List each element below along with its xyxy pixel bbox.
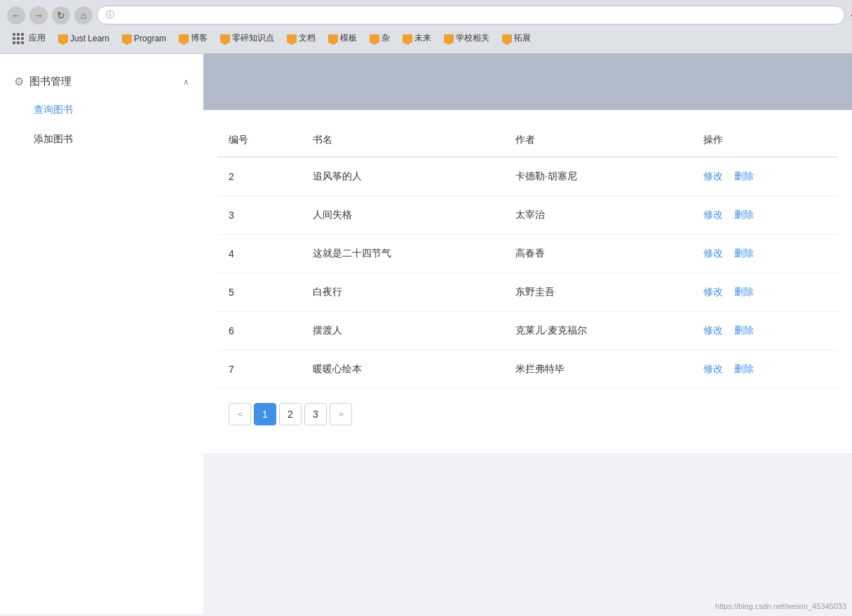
page-layout: ⚙ 图书管理 ∧ 查询图书 添加图书 编号 书名 作者 xyxy=(0,54,852,614)
forward-button[interactable]: → xyxy=(29,6,48,25)
folder-icon xyxy=(370,34,379,43)
pagination-prev-button[interactable]: ＜ xyxy=(229,403,251,425)
cell-author: 卡德勒·胡塞尼 xyxy=(504,157,692,196)
cell-id: 3 xyxy=(217,196,302,235)
chevron-up-icon[interactable]: ∧ xyxy=(183,77,189,87)
edit-button[interactable]: 修改 xyxy=(703,247,723,259)
edit-button[interactable]: 修改 xyxy=(703,209,723,220)
sidebar-title-left: ⚙ 图书管理 xyxy=(14,75,72,88)
pagination-page-2-button[interactable]: 2 xyxy=(279,403,302,425)
table-row: 7 暖暖心绘本 米拦弗特毕 修改 删除 xyxy=(217,350,838,389)
delete-button[interactable]: 删除 xyxy=(734,209,754,220)
delete-button[interactable]: 删除 xyxy=(734,286,754,297)
back-button[interactable]: ← xyxy=(7,6,25,25)
sidebar-section-label: 图书管理 xyxy=(29,75,72,88)
folder-icon xyxy=(444,34,454,43)
table-row: 2 追风筝的人 卡德勒·胡塞尼 修改 删除 xyxy=(217,157,838,196)
edit-button[interactable]: 修改 xyxy=(703,170,723,182)
bookmark-docs-label: 文档 xyxy=(299,32,316,44)
bookmark-apps-label: 应用 xyxy=(29,32,46,44)
sidebar-section-title: ⚙ 图书管理 ∧ xyxy=(0,68,203,95)
bookmark-expand[interactable]: 拓展 xyxy=(496,30,536,46)
cell-actions: 修改 删除 xyxy=(692,312,838,350)
folder-icon xyxy=(287,34,297,43)
cell-title: 摆渡人 xyxy=(302,312,503,350)
bookmark-blog[interactable]: 博客 xyxy=(173,30,213,46)
col-header-id: 编号 xyxy=(217,124,302,157)
pagination-page-3-button[interactable]: 3 xyxy=(304,403,327,425)
table-row: 6 摆渡人 克莱儿·麦克福尔 修改 删除 xyxy=(217,312,838,350)
edit-button[interactable]: 修改 xyxy=(703,324,723,336)
cell-title: 这就是二十四节气 xyxy=(302,235,503,273)
delete-button[interactable]: 删除 xyxy=(734,324,754,336)
cell-author: 东野圭吾 xyxy=(504,273,692,312)
table-row: 3 人间失格 太宰治 修改 删除 xyxy=(217,196,838,235)
delete-button[interactable]: 删除 xyxy=(734,247,754,259)
cell-author: 米拦弗特毕 xyxy=(504,350,692,389)
bookmark-program-label: Program xyxy=(134,34,166,43)
gear-icon: ⚙ xyxy=(14,75,24,88)
table-body: 2 追风筝的人 卡德勒·胡塞尼 修改 删除 3 人间失格 太宰治 修改 删除 4… xyxy=(217,157,838,389)
bookmark-just-learn[interactable]: Just Learn xyxy=(53,32,115,46)
cell-author: 高春香 xyxy=(504,235,692,273)
table-header: 编号 书名 作者 操作 xyxy=(217,124,838,157)
col-header-title: 书名 xyxy=(302,124,503,157)
bookmark-future[interactable]: 未来 xyxy=(397,30,437,46)
url-input[interactable]: localhost:8080/bookManage xyxy=(119,10,836,21)
bookmark-misc[interactable]: 杂 xyxy=(364,30,395,46)
bookmark-template-label: 模板 xyxy=(340,32,357,44)
delete-button[interactable]: 删除 xyxy=(734,363,754,374)
security-icon: ⓘ xyxy=(106,9,114,21)
cell-actions: 修改 删除 xyxy=(692,235,838,273)
edit-button[interactable]: 修改 xyxy=(703,363,723,374)
sidebar-item-query-label: 查询图书 xyxy=(34,104,73,115)
home-button[interactable]: ⌂ xyxy=(74,6,93,25)
table-header-row: 编号 书名 作者 操作 xyxy=(217,124,838,157)
bookmark-snippets[interactable]: 零碎知识点 xyxy=(215,30,280,46)
cell-actions: 修改 删除 xyxy=(692,350,838,389)
bookmark-snippets-label: 零碎知识点 xyxy=(232,32,274,44)
pagination-page-1-button[interactable]: 1 xyxy=(254,403,276,425)
bookmark-school[interactable]: 学校相关 xyxy=(438,30,495,46)
cell-author: 太宰治 xyxy=(504,196,692,235)
pagination-next-button[interactable]: ＞ xyxy=(330,403,352,425)
apps-grid-icon xyxy=(13,33,24,44)
edit-button[interactable]: 修改 xyxy=(703,286,723,297)
cell-author: 克莱儿·麦克福尔 xyxy=(504,312,692,350)
pagination: ＜ 1 2 3 ＞ xyxy=(217,389,838,439)
sidebar-item-add-label: 添加图书 xyxy=(34,133,73,144)
cell-id: 2 xyxy=(217,157,302,196)
table-row: 5 白夜行 东野圭吾 修改 删除 xyxy=(217,273,838,312)
folder-icon xyxy=(179,34,189,43)
folder-icon xyxy=(502,34,512,43)
watermark: https://blog.csdn.net/weixin_45345033 xyxy=(715,602,846,610)
bookmark-apps[interactable]: 应用 xyxy=(7,30,51,46)
cell-title: 暖暖心绘本 xyxy=(302,350,503,389)
cell-title: 追风筝的人 xyxy=(302,157,503,196)
bookmark-template[interactable]: 模板 xyxy=(323,30,363,46)
col-header-action: 操作 xyxy=(692,124,838,157)
bookmark-blog-label: 博客 xyxy=(191,32,208,44)
address-bar: ⓘ localhost:8080/bookManage xyxy=(97,6,845,25)
cell-id: 4 xyxy=(217,235,302,273)
cell-actions: 修改 删除 xyxy=(692,273,838,312)
sidebar: ⚙ 图书管理 ∧ 查询图书 添加图书 xyxy=(0,54,203,614)
table-row: 4 这就是二十四节气 高春香 修改 删除 xyxy=(217,235,838,273)
folder-icon xyxy=(220,34,230,43)
bookmark-school-label: 学校相关 xyxy=(456,32,489,44)
bookmark-program[interactable]: Program xyxy=(116,32,172,46)
cell-id: 5 xyxy=(217,273,302,312)
bookmark-docs[interactable]: 文档 xyxy=(281,30,321,46)
cell-title: 白夜行 xyxy=(302,273,503,312)
sidebar-item-query-books[interactable]: 查询图书 xyxy=(0,95,203,125)
browser-chrome: ← → ↻ ⌂ ⓘ localhost:8080/bookManage xyxy=(0,0,852,54)
content-area: 编号 书名 作者 操作 2 追风筝的人 卡德勒·胡塞尼 修改 删除 3 人间失格… xyxy=(203,110,852,453)
delete-button[interactable]: 删除 xyxy=(734,170,754,182)
main-content: 编号 书名 作者 操作 2 追风筝的人 卡德勒·胡塞尼 修改 删除 3 人间失格… xyxy=(203,54,852,614)
browser-nav: ← → ↻ ⌂ ⓘ localhost:8080/bookManage xyxy=(7,6,845,25)
bookmark-future-label: 未来 xyxy=(414,32,431,44)
folder-icon xyxy=(403,34,412,43)
books-table: 编号 书名 作者 操作 2 追风筝的人 卡德勒·胡塞尼 修改 删除 3 人间失格… xyxy=(217,124,838,389)
refresh-button[interactable]: ↻ xyxy=(52,6,70,25)
sidebar-item-add-book[interactable]: 添加图书 xyxy=(0,125,203,154)
